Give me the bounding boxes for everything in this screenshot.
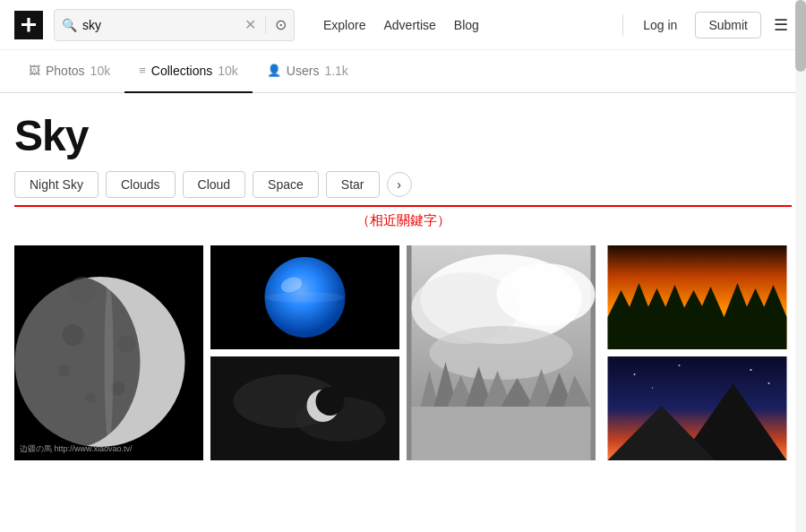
tabs-bar: 🖼 Photos 10k ≡ Collections 10k 👤 Users 1… [0, 50, 806, 93]
keywords-next-button[interactable]: › [387, 172, 412, 197]
page-title-area: Sky [0, 93, 806, 171]
svg-point-16 [316, 387, 345, 416]
nav-separator [622, 14, 623, 36]
svg-point-48 [750, 369, 752, 371]
keyword-chip-cloud[interactable]: Cloud [183, 171, 246, 198]
login-button[interactable]: Log in [634, 13, 686, 38]
camera-icon[interactable]: ⊙ [275, 16, 287, 33]
menu-button[interactable]: ☰ [770, 12, 792, 39]
svg-point-11 [266, 292, 345, 303]
scrollbar[interactable] [795, 0, 806, 532]
svg-point-47 [679, 365, 681, 366]
tab-users-label: Users [287, 64, 320, 78]
tab-photos[interactable]: 🖼 Photos 10k [14, 50, 124, 93]
nav-blog[interactable]: Blog [454, 18, 479, 32]
nav-links: Explore Advertise Blog [323, 18, 612, 32]
grid-right [407, 245, 792, 468]
grid-left: 边疆の馬 http://www.xiaovao.tv/ [14, 245, 399, 468]
nav-advertise[interactable]: Advertise [383, 18, 435, 32]
photo-neptune[interactable] [210, 245, 399, 349]
nav-explore[interactable]: Explore [323, 18, 365, 32]
photo-mountain-dusk[interactable] [603, 356, 792, 460]
search-icon: 🔍 [62, 18, 77, 32]
tab-photos-label: Photos [46, 64, 85, 78]
search-input[interactable] [82, 18, 239, 32]
tab-collections[interactable]: ≡ Collections 10k [124, 50, 253, 93]
photo-moon[interactable]: 边疆の馬 http://www.xiaovao.tv/ [14, 245, 203, 460]
svg-point-20 [497, 263, 596, 326]
tab-collections-label: Collections [151, 64, 212, 78]
annotation-text: （相近關鍵字） [0, 209, 806, 238]
keyword-chip-clouds[interactable]: Clouds [106, 171, 176, 198]
keywords-bar: Night Sky Clouds Cloud Space Star › [0, 171, 806, 198]
page-title: Sky [14, 111, 792, 160]
search-bar: 🔍 ✕ ⊙ [54, 9, 295, 41]
scrollbar-thumb[interactable] [795, 0, 806, 72]
keyword-chip-star[interactable]: Star [326, 171, 380, 198]
collections-icon: ≡ [139, 64, 146, 77]
keyword-chip-space[interactable]: Space [253, 171, 319, 198]
tab-photos-count: 10k [90, 64, 111, 78]
tab-collections-count: 10k [218, 64, 238, 78]
svg-point-49 [652, 387, 654, 389]
photo-grid: 边疆の馬 http://www.xiaovao.tv/ [0, 238, 806, 468]
header: 🔍 ✕ ⊙ Explore Advertise Blog Log in Subm… [0, 0, 806, 50]
header-actions: Log in Submit ☰ [634, 12, 792, 39]
users-icon: 👤 [267, 64, 281, 77]
svg-rect-33 [608, 317, 787, 349]
svg-point-8 [105, 281, 114, 442]
svg-point-46 [634, 373, 636, 375]
photos-icon: 🖼 [29, 64, 40, 77]
submit-button[interactable]: Submit [695, 12, 761, 39]
photo-bw-clouds[interactable] [407, 245, 596, 460]
tab-users[interactable]: 👤 Users 1.1k [253, 50, 363, 93]
search-divider [265, 16, 266, 34]
svg-point-50 [768, 382, 770, 384]
logo-icon [21, 18, 36, 32]
photo-small-moon[interactable] [210, 356, 399, 460]
keyword-chip-night-sky[interactable]: Night Sky [14, 171, 99, 198]
logo[interactable] [14, 11, 43, 39]
search-clear-button[interactable]: ✕ [244, 18, 256, 32]
annotation-line [14, 205, 792, 207]
tab-users-count: 1.1k [324, 64, 347, 78]
photo-sunset[interactable] [603, 245, 792, 349]
svg-point-21 [430, 326, 573, 380]
svg-rect-22 [412, 407, 591, 460]
